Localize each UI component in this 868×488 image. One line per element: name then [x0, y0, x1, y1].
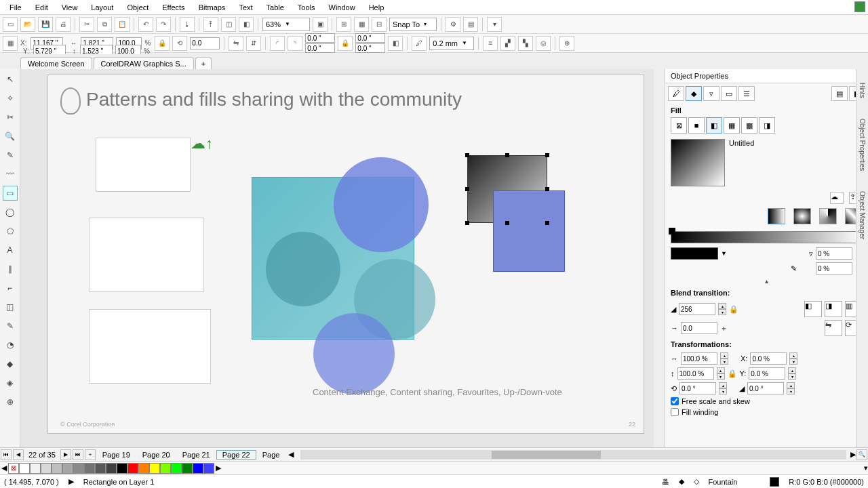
save-fill[interactable]: ☁ — [830, 192, 844, 204]
palette-swatch-13[interactable] — [160, 463, 171, 474]
text-tool[interactable]: A — [3, 243, 18, 258]
fill-tab[interactable]: ◆ — [686, 86, 702, 101]
mirror-h[interactable]: ⇋ — [229, 36, 243, 51]
fullscreen-button[interactable]: ▣ — [313, 17, 328, 32]
transparency-tab[interactable]: ▿ — [703, 86, 719, 101]
stop-opacity[interactable] — [816, 247, 852, 260]
eyedropper-tool[interactable]: ✎ — [3, 319, 18, 333]
eyedropper-icon[interactable]: ✎ — [791, 264, 797, 273]
relative-corner[interactable]: ◧ — [388, 36, 403, 51]
trans-w[interactable] — [681, 352, 717, 365]
menu-help[interactable]: Help — [362, 3, 391, 12]
trans-y[interactable] — [749, 367, 785, 380]
free-scale-check[interactable]: Free scale and skew — [665, 396, 868, 407]
twocolor-fill[interactable]: ◨ — [759, 117, 775, 134]
expand-toggle[interactable]: ▴ — [665, 276, 868, 286]
crop-tool[interactable]: ✂ — [3, 110, 18, 125]
steps-input[interactable] — [679, 303, 715, 315]
outline-tab[interactable]: 🖊 — [668, 86, 684, 101]
corner-tl[interactable] — [305, 33, 335, 43]
guides-button[interactable]: ⊟ — [372, 17, 387, 32]
to-front[interactable]: ▞ — [500, 36, 515, 51]
no-fill[interactable]: ⊠ — [671, 117, 687, 134]
import-button[interactable]: ⭳ — [180, 17, 195, 32]
conical-gradient[interactable] — [819, 208, 837, 224]
lock-trans[interactable]: 🔒 — [728, 369, 737, 378]
palette-swatch-4[interactable] — [62, 463, 73, 474]
to-back[interactable]: ▚ — [518, 36, 533, 51]
print-button[interactable]: 🖨 — [56, 17, 71, 32]
palette-swatch-9[interactable] — [117, 463, 127, 474]
quick-custom[interactable]: ⊕ — [559, 36, 574, 51]
presets-button[interactable]: ▦ — [3, 36, 18, 51]
tab-new[interactable]: + — [195, 57, 212, 70]
corner-lock[interactable]: 🔒 — [338, 36, 353, 51]
palette-swatch-10[interactable] — [127, 463, 138, 474]
grid-button[interactable]: ▦ — [354, 17, 369, 32]
tab-document[interactable]: CorelDRAW Graphics S... — [94, 57, 194, 70]
accel-input[interactable] — [681, 322, 717, 334]
palette-swatch-2[interactable] — [41, 463, 52, 474]
nav-add-page[interactable]: ＋ — [85, 449, 96, 460]
stop-position[interactable] — [816, 262, 852, 274]
ruler-button[interactable]: ⊞ — [336, 17, 351, 32]
rot-input[interactable] — [190, 37, 220, 49]
nav-last[interactable]: ⏭ — [73, 449, 83, 460]
quick-customize-tool[interactable]: ⊕ — [3, 394, 18, 409]
corner-br[interactable] — [355, 43, 385, 53]
page-20-tab[interactable]: Page 20 — [136, 450, 176, 460]
mirror-blend[interactable]: ⇋ — [825, 320, 842, 336]
page-22-tab[interactable]: Page 22 — [216, 450, 256, 460]
fountain-fill[interactable]: ◧ — [706, 117, 722, 134]
cut-button[interactable]: ✂ — [79, 17, 94, 32]
corner-bl[interactable] — [305, 43, 335, 53]
palette-swatch-0[interactable] — [19, 463, 30, 474]
corner-tr[interactable] — [355, 33, 385, 43]
outline-tool[interactable]: ◔ — [3, 338, 18, 352]
open-button[interactable]: 📂 — [20, 17, 35, 32]
trans-skew[interactable] — [747, 382, 784, 394]
page-more-tab[interactable]: Page — [256, 450, 286, 460]
linear-gradient[interactable] — [768, 208, 785, 224]
menu-text[interactable]: Text — [232, 3, 259, 12]
menu-window[interactable]: Window — [322, 3, 362, 12]
ellipse-tool[interactable]: ◯ — [3, 205, 18, 220]
undo-button[interactable]: ↶ — [138, 17, 153, 32]
trans-h[interactable] — [677, 367, 714, 380]
menu-layout[interactable]: Layout — [84, 3, 120, 12]
rectangle-tool[interactable]: ▭ — [3, 186, 18, 201]
palette-swatch-15[interactable] — [182, 463, 193, 474]
menu-tools[interactable]: Tools — [291, 3, 322, 12]
effects-tool[interactable]: ◫ — [3, 300, 18, 314]
menu-view[interactable]: View — [55, 3, 85, 12]
palette-swatch-1[interactable] — [30, 463, 41, 474]
palette-swatch-11[interactable] — [138, 463, 149, 474]
palette-swatch-6[interactable] — [84, 463, 95, 474]
menu-table[interactable]: Table — [260, 3, 291, 12]
shape-tool[interactable]: ✧ — [3, 91, 18, 106]
parallel-tool[interactable]: ∥ — [3, 262, 18, 277]
tab-welcome[interactable]: Welcome Screen — [20, 57, 92, 70]
menu-bitmaps[interactable]: Bitmaps — [192, 3, 233, 12]
new-button[interactable]: ▭ — [3, 17, 18, 32]
trans-x[interactable] — [750, 352, 787, 365]
zoom-tool[interactable]: 🔍 — [3, 129, 18, 144]
nav-zoom-fit[interactable]: 🔍 — [856, 449, 867, 460]
stop-color-swatch[interactable] — [671, 247, 718, 260]
palette-swatch-12[interactable] — [149, 463, 160, 474]
blend-dir-1[interactable]: ◧ — [804, 301, 822, 317]
copy-button[interactable]: ⧉ — [97, 17, 112, 32]
rotate-icon[interactable]: ⟲ — [172, 36, 187, 51]
gradient-swatch[interactable] — [671, 139, 725, 186]
publish-button[interactable]: ◫ — [221, 17, 236, 32]
pattern-fill[interactable]: ▦ — [724, 117, 740, 134]
polygon-tool[interactable]: ⬠ — [3, 224, 18, 239]
wrap-text[interactable]: ≡ — [483, 36, 498, 51]
vertical-scrollbar[interactable] — [654, 69, 665, 447]
outline-pen[interactable]: 🖊 — [412, 36, 427, 51]
radial-gradient[interactable] — [793, 208, 811, 224]
summary-tab[interactable]: ☰ — [738, 86, 755, 101]
fill-winding-check[interactable]: Fill winding — [665, 407, 868, 418]
options-button[interactable]: ⚙ — [446, 17, 460, 32]
color-proof-icon[interactable]: 🖶 — [662, 478, 669, 486]
